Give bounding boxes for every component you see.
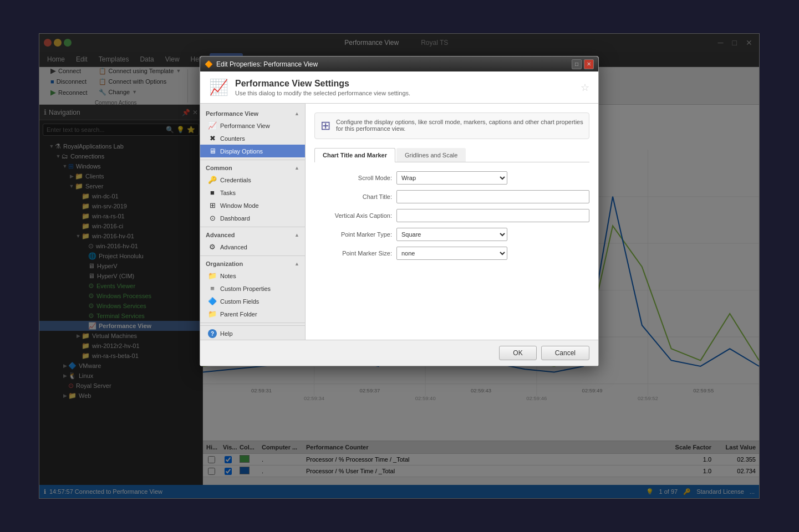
modal-header-subtitle: Use this dialog to modify the selected p… xyxy=(235,90,410,96)
nav-item-credentials[interactable]: 🔑 Credentials xyxy=(200,173,305,186)
cancel-button[interactable]: Cancel xyxy=(541,346,589,360)
nav-item-custom-fields[interactable]: 🔷 Custom Fields xyxy=(200,295,305,308)
nav-section-common[interactable]: Common ▲ xyxy=(200,162,305,173)
tab-bar: Chart Title and Marker Gridlines and Sca… xyxy=(314,148,589,162)
nav-item-custom-fields-icon: 🔷 xyxy=(208,297,217,305)
nav-section-performance-view-label: Performance View xyxy=(206,110,258,117)
nav-item-dashboard-label: Dashboard xyxy=(220,215,250,222)
main-window: Performance View Royal TS ─ □ ✕ Home Edi… xyxy=(39,33,760,499)
nav-section-organization-label: Organization xyxy=(206,260,243,267)
scroll-mode-select[interactable]: Wrap Scroll Fixed xyxy=(396,171,507,185)
nav-item-counters-label: Counters xyxy=(220,135,245,142)
chart-title-input[interactable] xyxy=(396,190,589,203)
nav-item-notes-icon: 📁 xyxy=(208,272,217,280)
modal-header-title: Performance View Settings xyxy=(235,79,410,89)
modal-header-text: Performance View Settings Use this dialo… xyxy=(235,79,410,96)
nav-item-performance-view-label: Performance View xyxy=(220,122,270,129)
nav-item-advanced-icon: ⚙ xyxy=(208,243,217,251)
form-row-chart-title: Chart Title: xyxy=(314,190,589,203)
modal-overlay: 🔶 Edit Properties: Performance View □ ✕ … xyxy=(39,34,759,498)
modal-dialog: 🔶 Edit Properties: Performance View □ ✕ … xyxy=(200,56,599,366)
nav-item-parent-folder-icon: 📁 xyxy=(208,310,217,318)
ok-button[interactable]: OK xyxy=(499,346,536,360)
modal-main-content: ⊞ Configure the display options, like sc… xyxy=(306,104,598,340)
nav-item-tasks-icon: ■ xyxy=(208,188,217,197)
nav-separator-1 xyxy=(200,160,305,160)
nav-section-performance-view[interactable]: Performance View ▲ xyxy=(200,108,305,119)
nav-separator-2 xyxy=(200,227,305,227)
nav-item-custom-properties[interactable]: ≡ Custom Properties xyxy=(200,282,305,295)
nav-item-window-mode[interactable]: ⊞ Window Mode xyxy=(200,199,305,212)
modal-maximize-button[interactable]: □ xyxy=(572,59,582,69)
scroll-mode-label: Scroll Mode: xyxy=(314,175,392,181)
vertical-axis-label: Vertical Axis Caption: xyxy=(314,212,392,219)
nav-item-window-mode-icon: ⊞ xyxy=(208,201,217,209)
nav-section-performance-view-arrow: ▲ xyxy=(294,111,299,116)
form-row-point-marker-type: Point Marker Type: Square Circle Diamond… xyxy=(314,228,589,241)
info-box-icon: ⊞ xyxy=(320,119,330,133)
nav-item-display-options[interactable]: 🖥 Display Options xyxy=(200,145,305,157)
nav-item-counters-icon: ✖ xyxy=(208,134,217,142)
help-label: Help xyxy=(220,330,233,337)
nav-item-tasks[interactable]: ■ Tasks xyxy=(200,186,305,199)
nav-section-advanced-label: Advanced xyxy=(206,232,235,238)
nav-item-dashboard-icon: ⊙ xyxy=(208,214,217,222)
tab-chart-title-marker[interactable]: Chart Title and Marker xyxy=(314,148,395,162)
info-box: ⊞ Configure the display options, like sc… xyxy=(314,112,589,139)
nav-item-parent-folder-label: Parent Folder xyxy=(220,311,257,318)
modal-controls: □ ✕ xyxy=(572,59,594,69)
nav-separator-3 xyxy=(200,255,305,256)
vertical-axis-input[interactable] xyxy=(396,209,589,222)
nav-section-advanced-arrow: ▲ xyxy=(294,232,299,238)
point-marker-size-select[interactable]: none small medium large xyxy=(396,247,507,260)
nav-item-dashboard[interactable]: ⊙ Dashboard xyxy=(200,212,305,224)
info-box-text: Configure the display options, like scro… xyxy=(336,119,583,132)
nav-item-custom-fields-label: Custom Fields xyxy=(220,298,259,305)
point-marker-size-label: Point Marker Size: xyxy=(314,250,392,257)
nav-section-organization-arrow: ▲ xyxy=(294,261,299,267)
modal-title-text: Edit Properties: Performance View xyxy=(216,60,572,68)
tab-gridlines-scale[interactable]: Gridlines and Scale xyxy=(396,148,466,162)
nav-item-advanced-label: Advanced xyxy=(220,244,247,250)
nav-item-custom-properties-icon: ≡ xyxy=(208,284,217,293)
nav-item-help[interactable]: ? Help xyxy=(200,325,305,340)
nav-separator-4 xyxy=(200,323,305,323)
nav-item-performance-view-icon: 📈 xyxy=(208,121,217,130)
point-marker-type-label: Point Marker Type: xyxy=(314,231,392,238)
form-row-point-marker-size: Point Marker Size: none small medium lar… xyxy=(314,247,589,260)
modal-footer: OK Cancel xyxy=(200,340,598,366)
modal-header: 📈 Performance View Settings Use this dia… xyxy=(200,71,598,104)
nav-item-advanced[interactable]: ⚙ Advanced xyxy=(200,241,305,253)
nav-item-notes-label: Notes xyxy=(220,273,236,279)
point-marker-type-select[interactable]: Square Circle Diamond None xyxy=(396,228,507,241)
form-row-vertical-axis: Vertical Axis Caption: xyxy=(314,209,589,222)
nav-item-display-options-icon: 🖥 xyxy=(208,147,217,155)
modal-body: Performance View ▲ 📈 Performance View ✖ … xyxy=(200,104,598,340)
nav-item-custom-properties-label: Custom Properties xyxy=(220,285,271,292)
modal-title-icon: 🔶 xyxy=(205,60,213,68)
modal-star-button[interactable]: ☆ xyxy=(581,81,589,94)
nav-item-credentials-label: Credentials xyxy=(220,177,251,183)
help-icon: ? xyxy=(208,329,217,338)
nav-item-performance-view[interactable]: 📈 Performance View xyxy=(200,119,305,132)
nav-item-window-mode-label: Window Mode xyxy=(220,202,259,209)
nav-item-notes[interactable]: 📁 Notes xyxy=(200,269,305,282)
form-row-scroll-mode: Scroll Mode: Wrap Scroll Fixed xyxy=(314,171,589,185)
modal-header-icon: 📈 xyxy=(209,78,228,96)
nav-item-display-options-label: Display Options xyxy=(220,148,263,155)
nav-item-parent-folder[interactable]: 📁 Parent Folder xyxy=(200,308,305,320)
chart-title-label: Chart Title: xyxy=(314,193,392,200)
nav-section-common-arrow: ▲ xyxy=(294,165,299,171)
nav-section-common-label: Common xyxy=(206,165,232,171)
modal-close-button[interactable]: ✕ xyxy=(584,59,594,69)
modal-nav: Performance View ▲ 📈 Performance View ✖ … xyxy=(200,104,306,340)
nav-section-organization[interactable]: Organization ▲ xyxy=(200,258,305,269)
nav-item-counters[interactable]: ✖ Counters xyxy=(200,132,305,145)
nav-item-credentials-icon: 🔑 xyxy=(208,176,217,184)
nav-section-advanced[interactable]: Advanced ▲ xyxy=(200,229,305,241)
nav-item-tasks-label: Tasks xyxy=(220,190,236,196)
modal-titlebar: 🔶 Edit Properties: Performance View □ ✕ xyxy=(200,57,598,71)
